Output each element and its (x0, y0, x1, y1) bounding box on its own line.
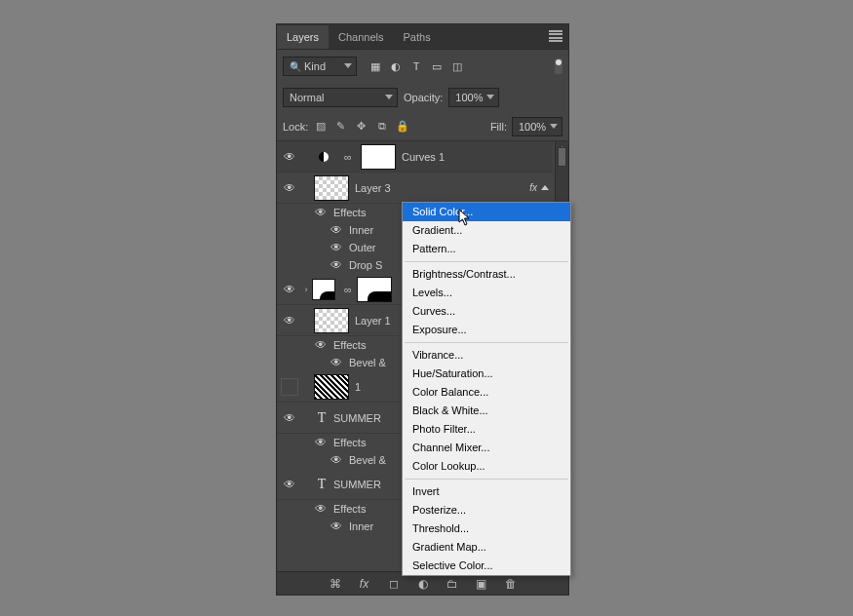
fill-dropdown[interactable]: 100% (512, 117, 562, 136)
blend-row: Normal Opacity: 100% (277, 83, 568, 112)
menu-curves[interactable]: Curves... (403, 302, 570, 321)
visibility-icon[interactable]: 👁 (312, 336, 330, 354)
filter-kind-label: Kind (304, 60, 326, 72)
visibility-icon[interactable]: 👁 (312, 204, 330, 221)
lock-all-icon[interactable]: 🔒 (395, 119, 409, 134)
chevron-down-icon (344, 63, 352, 68)
menu-channel-mixer[interactable]: Channel Mixer... (403, 439, 570, 457)
menu-separator (405, 479, 568, 480)
layer-name: Layer 3 (355, 182, 391, 194)
menu-separator (405, 261, 568, 262)
filter-shape-icon[interactable]: ▭ (430, 59, 444, 73)
scroll-thumb[interactable] (558, 147, 566, 167)
chevron-down-icon (486, 95, 494, 99)
menu-threshold[interactable]: Threshold... (403, 520, 570, 538)
layer-name: SUMMER (333, 479, 381, 490)
menu-solid-color[interactable]: Solid Color... (403, 203, 570, 221)
type-layer-icon: T (314, 477, 330, 492)
search-icon: 🔍 (290, 61, 301, 72)
menu-posterize[interactable]: Posterize... (403, 501, 570, 520)
visibility-icon[interactable]: 👁 (281, 409, 298, 427)
layer-style-icon[interactable]: fx (357, 576, 372, 592)
menu-gradient[interactable]: Gradient... (403, 221, 570, 240)
chevron-down-icon (385, 95, 393, 99)
menu-color-lookup[interactable]: Color Lookup... (403, 457, 570, 476)
menu-pattern[interactable]: Pattern... (403, 240, 570, 258)
layer-name: SUMMER (333, 412, 381, 424)
filter-kind-dropdown[interactable]: 🔍 Kind (283, 57, 357, 76)
lock-image-icon[interactable]: ✎ (333, 119, 348, 134)
menu-invert[interactable]: Invert (403, 482, 570, 501)
link-icon: ∞ (341, 284, 355, 295)
visibility-icon[interactable]: 👁 (281, 476, 298, 493)
visibility-icon[interactable]: 👁 (328, 354, 345, 371)
visibility-icon[interactable]: 👁 (328, 451, 345, 469)
link-layers-icon[interactable]: ⌘ (328, 576, 343, 592)
visibility-icon[interactable]: 👁 (312, 434, 330, 451)
lock-artboard-icon[interactable]: ⧉ (374, 119, 389, 134)
layer-name: Curves 1 (402, 151, 445, 163)
menu-color-balance[interactable]: Color Balance... (403, 383, 570, 402)
blend-mode-value: Normal (290, 92, 324, 103)
visibility-icon[interactable]: 👁 (312, 500, 330, 518)
menu-black-white[interactable]: Black & White... (403, 402, 570, 420)
visibility-icon[interactable]: 👁 (328, 221, 345, 239)
layer-thumb[interactable] (314, 374, 349, 400)
blend-mode-dropdown[interactable]: Normal (283, 88, 398, 107)
adjustment-layer-icon[interactable]: ◐ (415, 576, 431, 592)
filter-adjustment-icon[interactable]: ◐ (389, 59, 403, 73)
filter-smart-icon[interactable]: ◫ (450, 59, 464, 73)
menu-exposure[interactable]: Exposure... (403, 321, 570, 339)
panel-tabbar: Layers Channels Paths (277, 24, 568, 50)
tab-layers[interactable]: Layers (277, 25, 329, 49)
layer-name: Layer 1 (355, 315, 391, 327)
fill-value: 100% (519, 121, 546, 133)
visibility-icon[interactable]: 👁 (328, 256, 345, 274)
lock-transparency-icon[interactable]: ▨ (313, 119, 328, 134)
menu-selective-color[interactable]: Selective Color... (403, 557, 570, 575)
menu-levels[interactable]: Levels... (403, 284, 570, 302)
visibility-icon[interactable]: 👁 (281, 148, 298, 166)
menu-brightness-contrast[interactable]: Brightness/Contrast... (403, 265, 570, 284)
filter-pixel-icon[interactable]: ▦ (368, 59, 382, 73)
filter-type-icon[interactable]: T (409, 59, 423, 73)
fill-label: Fill: (490, 121, 507, 133)
tab-channels[interactable]: Channels (329, 25, 393, 49)
visibility-icon[interactable]: 👁 (328, 518, 345, 535)
disclosure-icon[interactable]: › (300, 285, 312, 294)
filter-row: 🔍 Kind ▦ ◐ T ▭ ◫ (277, 50, 568, 83)
opacity-value: 100% (455, 92, 483, 103)
visibility-icon[interactable]: 👁 (328, 239, 345, 256)
layer-thumb[interactable] (314, 308, 349, 333)
layer-curves[interactable]: 👁 ∞ Curves 1 (277, 141, 553, 173)
lock-position-icon[interactable]: ✥ (354, 119, 368, 134)
lock-row: Lock: ▨ ✎ ✥ ⧉ 🔒 Fill: 100% (277, 112, 568, 141)
chevron-up-icon (541, 185, 549, 190)
visibility-icon[interactable]: 👁 (281, 312, 298, 329)
opacity-dropdown[interactable]: 100% (448, 88, 499, 107)
tab-paths[interactable]: Paths (394, 25, 441, 49)
group-icon[interactable]: 🗀 (445, 576, 460, 592)
menu-hue-saturation[interactable]: Hue/Saturation... (403, 365, 570, 383)
menu-vibrance[interactable]: Vibrance... (403, 346, 570, 365)
filter-toggle[interactable] (555, 58, 562, 74)
visibility-icon[interactable]: 👁 (281, 179, 298, 197)
layer-mask-thumb[interactable] (357, 277, 392, 302)
layer-thumb[interactable] (314, 175, 349, 201)
delete-layer-icon[interactable]: 🗑 (503, 576, 519, 592)
new-layer-icon[interactable]: ▣ (474, 576, 489, 592)
panel-menu-icon[interactable] (549, 30, 562, 42)
layer-3[interactable]: 👁 Layer 3 fx (277, 173, 553, 204)
layer-thumb[interactable] (312, 279, 335, 300)
menu-separator (405, 342, 568, 343)
link-icon: ∞ (341, 151, 355, 163)
fx-indicator[interactable]: fx (529, 182, 549, 193)
layer-mask-icon[interactable]: ◻ (386, 576, 402, 592)
layer-mask-thumb[interactable] (361, 144, 396, 170)
visibility-icon[interactable] (281, 378, 298, 396)
visibility-icon[interactable]: 👁 (281, 281, 298, 298)
adjustment-icon (314, 147, 333, 167)
layer-name: 1 (355, 381, 361, 393)
menu-gradient-map[interactable]: Gradient Map... (403, 538, 570, 557)
menu-photo-filter[interactable]: Photo Filter... (403, 420, 570, 439)
